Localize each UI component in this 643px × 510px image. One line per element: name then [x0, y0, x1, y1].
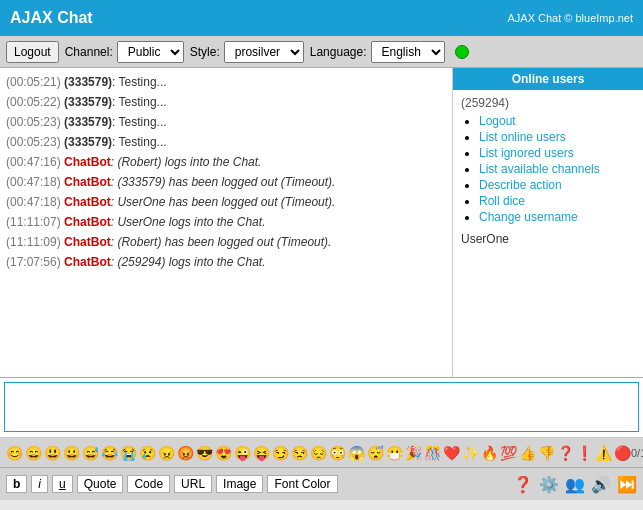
- emoji-item[interactable]: 🎊: [424, 445, 441, 461]
- italic-button[interactable]: i: [31, 475, 48, 493]
- emoji-item[interactable]: 😡: [177, 445, 194, 461]
- online-menu-item[interactable]: Change username: [479, 210, 635, 224]
- emoji-item[interactable]: 🔥: [481, 445, 498, 461]
- chat-text: : Testing...: [112, 115, 166, 129]
- online-menu-item[interactable]: List available channels: [479, 162, 635, 176]
- sound-icon[interactable]: 🔊: [591, 475, 611, 494]
- emoji-item[interactable]: 😝: [253, 445, 270, 461]
- chat-text: : Testing...: [112, 95, 166, 109]
- emoji-item[interactable]: 😒: [291, 445, 308, 461]
- header: AJAX Chat AJAX Chat © blueImp.net: [0, 0, 643, 36]
- emoji-item[interactable]: 💯: [500, 445, 517, 461]
- chat-input[interactable]: [4, 382, 639, 432]
- online-header: Online users: [453, 68, 643, 90]
- url-button[interactable]: URL: [174, 475, 212, 493]
- emoji-item[interactable]: 😷: [386, 445, 403, 461]
- bold-button[interactable]: b: [6, 475, 27, 493]
- chat-text: : Testing...: [112, 75, 166, 89]
- emoji-item[interactable]: 😍: [215, 445, 232, 461]
- format-icons: ❓ ⚙️ 👥 🔊 ⏭️: [513, 475, 637, 494]
- emoji-item[interactable]: 😜: [234, 445, 251, 461]
- chat-message: (00:05:21) (333579): Testing...: [4, 72, 448, 92]
- online-content: (259294) LogoutList online usersList ign…: [453, 90, 643, 252]
- logout-button[interactable]: Logout: [6, 41, 59, 63]
- input-area: [0, 378, 643, 438]
- emoji-item[interactable]: 👍: [519, 445, 536, 461]
- settings-icon[interactable]: ⚙️: [539, 475, 559, 494]
- online-menu-item[interactable]: List online users: [479, 130, 635, 144]
- emoji-item[interactable]: ✨: [462, 445, 479, 461]
- emoji-item[interactable]: 😠: [158, 445, 175, 461]
- online-menu-item[interactable]: Roll dice: [479, 194, 635, 208]
- emoji-item[interactable]: 😳: [329, 445, 346, 461]
- emoji-item[interactable]: 😊: [6, 445, 23, 461]
- emoji-item[interactable]: 😄: [25, 445, 42, 461]
- emoji-item[interactable]: ❤️: [443, 445, 460, 461]
- online-user-id: (259294): [461, 96, 635, 110]
- chat-text: : UserOne has been logged out (Timeout).: [111, 195, 336, 209]
- chat-time: (00:05:23): [6, 115, 64, 129]
- users-icon[interactable]: 👥: [565, 475, 585, 494]
- chat-text: : (Robert) logs into the Chat.: [111, 155, 262, 169]
- channel-select[interactable]: Public: [117, 41, 184, 63]
- chat-time: (00:47:16): [6, 155, 64, 169]
- next-icon[interactable]: ⏭️: [617, 475, 637, 494]
- code-button[interactable]: Code: [127, 475, 170, 493]
- chat-user-bot: ChatBot: [64, 235, 111, 249]
- emoji-item[interactable]: 😔: [310, 445, 327, 461]
- online-user: UserOne: [461, 232, 635, 246]
- emoji-item[interactable]: 🎉: [405, 445, 422, 461]
- emoji-item[interactable]: ⚠️: [595, 445, 612, 461]
- chat-text: : (Robert) has been logged out (Timeout)…: [111, 235, 332, 249]
- chat-user: (333579): [64, 115, 112, 129]
- emoji-item[interactable]: 🔴: [614, 445, 631, 461]
- chat-user: (333579): [64, 75, 112, 89]
- online-menu-item[interactable]: Describe action: [479, 178, 635, 192]
- emoji-item[interactable]: 😃: [44, 445, 61, 461]
- language-select[interactable]: English: [371, 41, 445, 63]
- style-select[interactable]: prosilver: [224, 41, 304, 63]
- chat-user-bot: ChatBot: [64, 175, 111, 189]
- emoji-item[interactable]: 😀: [63, 445, 80, 461]
- online-menu: LogoutList online usersList ignored user…: [461, 114, 635, 224]
- chat-time: (00:05:22): [6, 95, 64, 109]
- status-indicator: [455, 45, 469, 59]
- chat-message: (00:05:22) (333579): Testing...: [4, 92, 448, 112]
- chat-text: : (333579) has been logged out (Timeout)…: [111, 175, 336, 189]
- chat-message: (00:47:18) ChatBot: UserOne has been log…: [4, 192, 448, 212]
- emoji-item[interactable]: 😎: [196, 445, 213, 461]
- emoji-item[interactable]: 😭: [120, 445, 137, 461]
- online-menu-item[interactable]: Logout: [479, 114, 635, 128]
- online-users-list: UserOne: [461, 232, 635, 246]
- emoji-item[interactable]: 😅: [82, 445, 99, 461]
- chat-messages[interactable]: (00:05:21) (333579): Testing...(00:05:22…: [0, 68, 453, 377]
- image-button[interactable]: Image: [216, 475, 263, 493]
- language-label: Language:: [310, 45, 367, 59]
- emoji-item[interactable]: 😱: [348, 445, 365, 461]
- font-color-button[interactable]: Font Color: [267, 475, 337, 493]
- chat-text: : UserOne logs into the Chat.: [111, 215, 266, 229]
- chat-time: (00:47:18): [6, 175, 64, 189]
- header-copyright: AJAX Chat © blueImp.net: [507, 12, 633, 24]
- chat-message: (00:47:16) ChatBot: (Robert) logs into t…: [4, 152, 448, 172]
- channel-label: Channel:: [65, 45, 113, 59]
- char-count-display: 0/1040: [631, 447, 643, 459]
- chat-message: (11:11:09) ChatBot: (Robert) has been lo…: [4, 232, 448, 252]
- emoji-item[interactable]: ❓: [557, 445, 574, 461]
- chat-user: (333579): [64, 135, 112, 149]
- toolbar: Logout Channel: Public Style: prosilver …: [0, 36, 643, 68]
- emoji-item[interactable]: 😏: [272, 445, 289, 461]
- chat-text: : Testing...: [112, 135, 166, 149]
- chat-message: (17:07:56) ChatBot: (259294) logs into t…: [4, 252, 448, 272]
- emoji-item[interactable]: 😴: [367, 445, 384, 461]
- help-icon[interactable]: ❓: [513, 475, 533, 494]
- online-menu-item[interactable]: List ignored users: [479, 146, 635, 160]
- emoji-item[interactable]: ❗: [576, 445, 593, 461]
- underline-button[interactable]: u: [52, 475, 73, 493]
- chat-user: (333579): [64, 95, 112, 109]
- chat-user-bot: ChatBot: [64, 155, 111, 169]
- emoji-item[interactable]: 😢: [139, 445, 156, 461]
- emoji-item[interactable]: 😂: [101, 445, 118, 461]
- quote-button[interactable]: Quote: [77, 475, 124, 493]
- emoji-item[interactable]: 👎: [538, 445, 555, 461]
